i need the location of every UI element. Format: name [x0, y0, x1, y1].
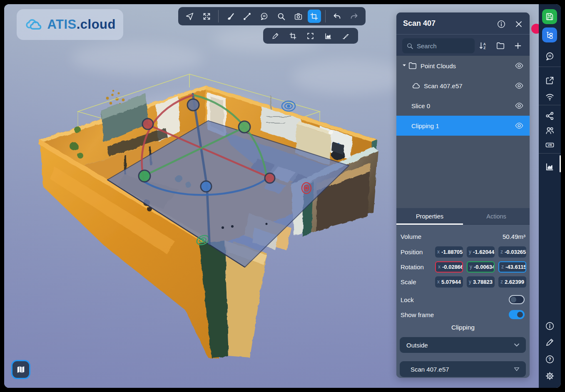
visibility-eye-icon[interactable] — [515, 121, 524, 130]
selection-brackets-button[interactable] — [303, 29, 318, 43]
sort-alpha-button[interactable] — [478, 41, 488, 51]
gizmo-handle-x2[interactable] — [265, 173, 275, 183]
crop-box-icon — [289, 32, 297, 40]
axis-letter: y — [469, 279, 471, 285]
area-chart-button[interactable] — [321, 29, 336, 43]
axis-letter: z — [500, 249, 503, 255]
tree-item-slice-0[interactable]: Slice 0 — [396, 96, 530, 116]
rotation-row: Rotation x-0.02866 y-0.00634 z-43.6115 — [396, 261, 530, 273]
caret-down-icon[interactable] — [401, 62, 408, 69]
tab-properties[interactable]: Properties — [396, 208, 463, 224]
crop-box-button[interactable] — [286, 29, 301, 43]
app-window: ATIS.cloud Scan 407 — [4, 4, 561, 388]
help-button[interactable] — [544, 353, 555, 365]
logo-badge: ATIS.cloud — [17, 9, 123, 40]
area-chart-icon — [324, 32, 332, 40]
tree-search[interactable] — [402, 38, 475, 53]
plus-icon — [513, 41, 523, 50]
scale-z-field[interactable]: z2.62399 — [498, 276, 526, 288]
measure-button[interactable] — [240, 9, 255, 23]
clipping-mode-dropdown[interactable]: Outside — [400, 337, 526, 353]
scale-x-field[interactable]: x5.07944 — [435, 276, 463, 288]
redo-icon — [350, 12, 358, 21]
edit-button[interactable] — [544, 336, 555, 348]
vr-icon — [545, 140, 555, 150]
comments-button[interactable] — [544, 50, 555, 62]
tab-actions[interactable]: Actions — [463, 208, 530, 224]
visibility-eye-icon[interactable] — [515, 61, 524, 70]
save-button[interactable] — [542, 9, 557, 24]
users-button[interactable] — [544, 124, 555, 136]
folder-icon — [408, 61, 417, 70]
new-folder-button[interactable] — [496, 41, 506, 51]
undo-button[interactable] — [330, 9, 345, 23]
pencil-button[interactable] — [268, 29, 283, 43]
comment-button[interactable] — [257, 9, 272, 23]
sidebar-divider — [539, 153, 561, 154]
settings-button[interactable] — [544, 370, 555, 382]
rotation-label: Rotation — [401, 263, 424, 270]
redo-button[interactable] — [346, 9, 361, 23]
rotation-x-field[interactable]: x-0.02866 — [435, 261, 463, 273]
clipping-target-dropdown[interactable]: Scan 407.e57 — [400, 361, 526, 377]
position-y-field[interactable]: y-1.62044 — [467, 246, 495, 258]
header-divider — [396, 34, 530, 35]
search-button[interactable] — [274, 9, 289, 23]
position-label: Position — [401, 248, 423, 256]
position-z-field[interactable]: z-0.03265 — [498, 246, 526, 258]
show-frame-toggle[interactable] — [509, 310, 525, 319]
tree-item-label: Slice 0 — [411, 102, 430, 109]
add-button[interactable] — [513, 41, 523, 51]
navigate-button[interactable] — [182, 9, 197, 23]
scan-panel: Scan 407 Point Clouds Scan 407.e57 — [396, 12, 530, 378]
axis-letter: y — [469, 249, 471, 255]
position-x-field[interactable]: x-1.88705 — [435, 246, 463, 258]
search-input[interactable] — [417, 42, 467, 50]
minimap-button[interactable] — [11, 360, 30, 379]
visibility-eye-icon[interactable] — [515, 81, 524, 90]
tree-item-point-clouds[interactable]: Point Clouds — [396, 56, 530, 76]
panel-info-button[interactable] — [496, 19, 507, 30]
gizmo-handle-x1[interactable] — [142, 119, 153, 129]
panel-header: Scan 407 — [396, 12, 530, 56]
clipping-mode-value: Outside — [406, 342, 428, 349]
axis-letter: x — [438, 264, 441, 270]
sidebar-divider — [539, 105, 561, 105]
rotation-x-value: -0.02866 — [442, 264, 463, 270]
rotation-z-field[interactable]: z-43.6115 — [498, 261, 526, 273]
share-button[interactable] — [544, 110, 555, 122]
gizmo-handle-z[interactable] — [201, 181, 212, 192]
rotation-y-value: -0.00634 — [474, 264, 495, 270]
toggle-knob — [517, 312, 523, 318]
search-icon — [406, 42, 413, 50]
paint-button[interactable] — [223, 9, 238, 23]
sort-alpha-icon — [478, 41, 488, 50]
logo-text: ATIS.cloud — [47, 17, 116, 32]
visibility-eye-icon[interactable] — [515, 101, 524, 110]
wifi-icon — [545, 92, 555, 102]
gizmo-handle-top[interactable] — [187, 99, 199, 111]
steps-button[interactable] — [339, 29, 353, 43]
camera-button[interactable] — [291, 9, 306, 23]
rotation-y-field[interactable]: y-0.00634 — [467, 261, 495, 273]
gizmo-handle-y1[interactable] — [239, 121, 250, 133]
wifi-button[interactable] — [544, 91, 555, 102]
crop-button[interactable] — [308, 10, 321, 23]
chart-panel-button[interactable] — [544, 161, 555, 172]
gizmo-handle-y2[interactable] — [139, 170, 150, 182]
vr-button[interactable] — [544, 139, 555, 151]
tree-item-clipping-1[interactable]: Clipping 1 — [396, 116, 530, 136]
panel-tabs: Properties Actions — [396, 208, 530, 225]
right-sidebar — [539, 4, 561, 388]
info-button[interactable] — [544, 320, 555, 332]
axis-letter: x — [437, 249, 440, 255]
scale-y-field[interactable]: y3.78823 — [467, 276, 495, 288]
tree-item-scan-407[interactable]: Scan 407.e57 — [396, 76, 530, 96]
external-link-button[interactable] — [544, 74, 555, 86]
lock-toggle[interactable] — [509, 295, 525, 304]
search-icon — [277, 12, 286, 21]
scene-tree-button[interactable] — [542, 27, 557, 42]
crop-icon — [310, 12, 319, 21]
panel-close-button[interactable] — [513, 19, 524, 30]
fit-screen-button[interactable] — [199, 9, 214, 23]
